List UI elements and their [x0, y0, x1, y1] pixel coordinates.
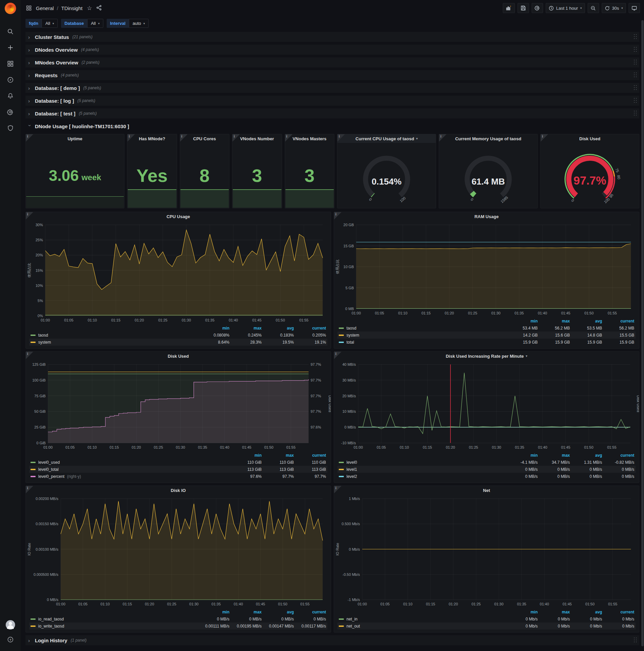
chart-plot[interactable]: 40 MB/s30 MB/s20 MB/s10 MB/s0 MB/s-10 MB… — [334, 361, 639, 451]
breadcrumb-section[interactable]: General — [36, 5, 54, 11]
panel-title[interactable]: Disk Used — [26, 352, 331, 361]
panel-title[interactable]: Disk IO — [26, 486, 331, 495]
server-admin-icon[interactable] — [3, 121, 18, 135]
panel-info-icon[interactable]: i — [26, 486, 33, 493]
panel-title[interactable]: CPU Usage — [26, 212, 331, 221]
variable-value-dropdown[interactable]: All▾ — [41, 19, 58, 28]
search-icon[interactable] — [3, 24, 18, 39]
row-drag-handle[interactable] — [633, 46, 637, 53]
svg-text:01:05: 01:05 — [65, 445, 75, 449]
row-MNodes Overview[interactable]: ›MNodes Overview(2 panels) — [26, 57, 639, 67]
legend-row-level0_percent[interactable]: level0_percent (right-y)97.6%97.7%97.7% — [29, 473, 327, 480]
row-title: DNode Usage [ huolinhe-TM1701:6030 ] — [35, 123, 129, 129]
svg-text:01:10: 01:10 — [403, 602, 413, 606]
row-Cluster Status[interactable]: ›Cluster Status(21 panels) — [26, 32, 639, 42]
dashboard-settings-button[interactable] — [532, 3, 543, 13]
legend-row-level0_total[interactable]: level0_total113 GiB113 GiB113 GiB — [29, 466, 327, 473]
chart-plot[interactable]: 0.00200 MB/s0.00150 MB/s0.00100 MB/s0.00… — [26, 495, 331, 608]
variable-value-dropdown[interactable]: auto▾ — [129, 19, 149, 28]
panel-info-icon[interactable]: i — [439, 134, 446, 142]
add-panel-button[interactable] — [503, 3, 515, 13]
panel-title[interactable]: Current Memory Usage of taosd — [439, 134, 537, 143]
dashboards-icon[interactable] — [3, 56, 18, 71]
legend-row-level2[interactable]: level20 MB/s0 MB/s0 MB/s0 MB/s — [337, 473, 636, 480]
panel-info-icon[interactable]: i — [26, 212, 33, 219]
panel-info-icon[interactable]: i — [26, 352, 33, 359]
gauge: 075809510097.7% — [541, 143, 639, 208]
panel-info-icon[interactable]: i — [337, 134, 345, 142]
legend-row-total[interactable]: total15.9 GB15.9 GB15.9 GB15.9 GB — [337, 339, 636, 346]
svg-text:使用占比: 使用占比 — [27, 263, 31, 278]
legend-row-level0_used[interactable]: level0_used110 GiB110 GiB110 GiB — [29, 459, 327, 466]
create-icon[interactable] — [3, 40, 18, 55]
panel-info-icon[interactable]: i — [334, 352, 342, 359]
row-drag-handle[interactable] — [633, 85, 637, 91]
explore-icon[interactable] — [3, 72, 18, 87]
svg-text:80: 80 — [616, 175, 621, 180]
user-avatar[interactable] — [6, 620, 15, 629]
panel-title[interactable]: RAM Usage — [334, 212, 639, 221]
svg-text:?: ? — [9, 638, 11, 642]
panel-title[interactable]: Disk Used Increasing Rate per Minute▾ — [334, 352, 639, 361]
svg-text:01:15: 01:15 — [123, 602, 132, 606]
row-Requests[interactable]: ›Requests(4 panels) — [26, 70, 639, 80]
panel-title[interactable]: Uptime — [26, 134, 124, 143]
row-DNodes Overview[interactable]: ›DNodes Overview(4 panels) — [26, 44, 639, 55]
breadcrumb-title[interactable]: TDinsight — [61, 5, 83, 11]
row-drag-handle[interactable] — [633, 97, 637, 104]
panel-info-icon[interactable]: i — [232, 134, 240, 142]
zoom-out-time-button[interactable] — [588, 3, 599, 13]
row-dnode-usage[interactable]: › DNode Usage [ huolinhe-TM1701:6030 ] — [26, 121, 639, 131]
chart-plot[interactable]: 20 GB15 GB10 GB5 GB0 MB01:0001:0501:1001… — [334, 221, 639, 317]
scrollbar[interactable] — [641, 20, 644, 646]
panel-title[interactable]: Current CPU Usage of taosd▾ — [337, 134, 436, 143]
refresh-button[interactable]: 30s ▾ — [602, 3, 626, 13]
legend-row-taosd[interactable]: taosd53.4 MB56.2 MB53.5 MB56.2 MB — [337, 324, 636, 332]
star-icon[interactable]: ☆ — [87, 5, 92, 12]
row-drag-handle[interactable] — [633, 72, 637, 79]
row-Database: [ test ][interactable]: ›Database: [ test ](5 panels) — [26, 108, 639, 119]
legend-row-system[interactable]: system8.64%28.3%19.5%19.1% — [29, 339, 327, 346]
legend-row-level0[interactable]: level0-4.1 MB/s34.7 MB/s1.31 MB/s-0.82 M… — [337, 459, 636, 466]
row-login-history[interactable]: › Login History (1 panel) — [26, 635, 639, 645]
panel-info-icon[interactable]: i — [127, 134, 135, 142]
panel-info-icon[interactable]: i — [26, 134, 33, 142]
variable-value-dropdown[interactable]: All▾ — [87, 19, 103, 28]
legend-row-io_write_taosd[interactable]: io_write_taosd0.00111 MB/s0.00195 MB/s0.… — [29, 622, 327, 629]
legend-row-net_out[interactable]: net_out0 Mb/s0 Mb/s0 Mb/s0 Mb/s — [337, 622, 636, 629]
row-drag-handle[interactable] — [633, 637, 637, 644]
panel-info-icon[interactable]: i — [334, 212, 342, 219]
panel-title[interactable]: Net — [334, 486, 639, 495]
tv-mode-button[interactable] — [629, 3, 640, 13]
panel-title[interactable]: Disk Used — [541, 134, 639, 143]
panel-info-icon[interactable]: i — [334, 486, 342, 493]
row-drag-handle[interactable] — [633, 110, 637, 117]
legend-row-io_read_taosd[interactable]: io_read_taosd0 MB/s0 MB/s0 MB/s0 MB/s — [29, 615, 327, 622]
row-drag-handle[interactable] — [633, 34, 637, 40]
legend-row-net_in[interactable]: net_in0 Mb/s0 Mb/s0 Mb/s0 Mb/s — [337, 615, 636, 622]
legend-row-level1[interactable]: level10 MB/s0 MB/s0 MB/s0 MB/s — [337, 466, 636, 473]
variable-label: fqdn — [26, 19, 41, 28]
grafana-logo-icon[interactable] — [5, 3, 16, 14]
svg-text:01:55: 01:55 — [300, 602, 310, 606]
legend-row-system[interactable]: system14.2 GB15.6 GB14.8 GB15.5 GB — [337, 332, 636, 339]
share-icon[interactable] — [96, 5, 102, 11]
alerting-icon[interactable] — [3, 89, 18, 103]
row-Database: [ log ][interactable]: ›Database: [ log ](5 panels) — [26, 96, 639, 106]
panel-info-icon[interactable]: i — [285, 134, 292, 142]
svg-text:01:45: 01:45 — [242, 445, 252, 449]
panel-info-icon[interactable]: i — [180, 134, 188, 142]
chart-plot[interactable]: 125 GiB100 GiB75 GiB50 GiB25 GiB0 GiB01:… — [26, 361, 331, 451]
svg-text:01:40: 01:40 — [220, 445, 229, 449]
time-range-picker[interactable]: Last 1 hour ▾ — [546, 3, 585, 13]
row-drag-handle[interactable] — [633, 59, 637, 66]
chart-plot[interactable]: 30%25%20%15%10%5%0%01:0001:0501:1001:150… — [26, 221, 331, 324]
panel-info-icon[interactable]: i — [541, 134, 548, 142]
legend-row-taosd[interactable]: taosd0.0808%0.245%0.183%0.205% — [29, 332, 327, 339]
row-Database: [ demo ][interactable]: ›Database: [ demo ](5 panels) — [26, 83, 639, 93]
svg-text:01:20: 01:20 — [135, 318, 144, 322]
save-dashboard-button[interactable] — [518, 3, 529, 13]
help-icon[interactable]: ? — [3, 632, 18, 647]
configuration-icon[interactable] — [3, 105, 18, 120]
chart-plot[interactable]: 1 Mb/s0.500 Mb/s0 Mb/s-0.50 Mb/s-1 Mb/s0… — [334, 495, 639, 608]
